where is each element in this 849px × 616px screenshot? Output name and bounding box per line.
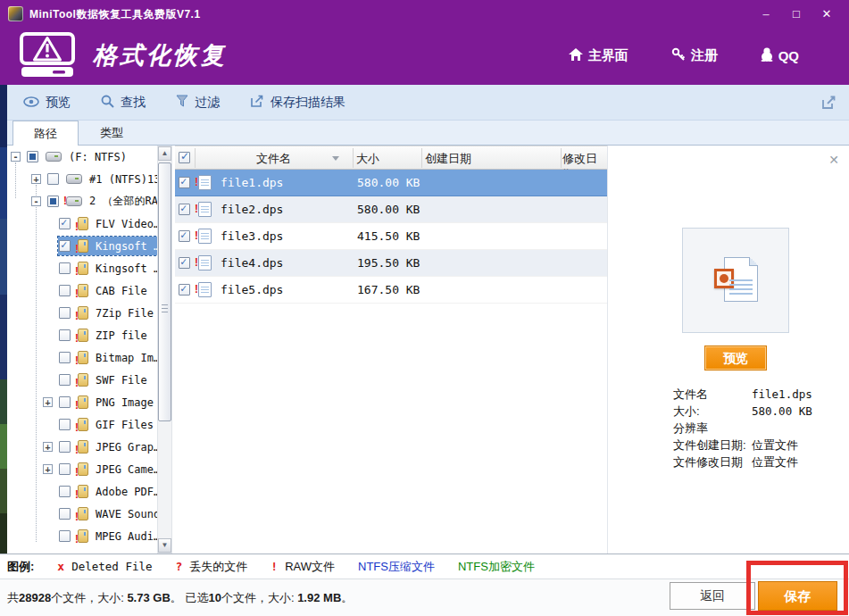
tree-item[interactable]: (F: NTFS)	[7, 146, 157, 168]
table-row[interactable]: file2.dps 580.00 KB	[175, 196, 607, 223]
checkbox-empty[interactable]	[59, 307, 71, 319]
scroll-up-icon[interactable]	[158, 146, 171, 161]
file-name: file5.dps	[221, 283, 283, 296]
table-row[interactable]: file5.dps 167.50 KB	[175, 277, 607, 304]
tree-item[interactable]: Kingsoft …	[7, 257, 157, 279]
checkbox-empty[interactable]	[59, 329, 71, 341]
row-checkbox[interactable]	[179, 204, 190, 215]
toolbar-save-scan-button[interactable]: 保存扫描结果	[250, 95, 345, 111]
expand-expander-icon[interactable]	[43, 397, 53, 407]
column-divider	[421, 148, 422, 168]
column-header-filename[interactable]: 文件名	[195, 151, 353, 167]
legend-item: NTFS加密文件	[458, 559, 535, 575]
checkbox-empty[interactable]	[47, 173, 59, 185]
toolbar-preview-button[interactable]: 预览	[23, 95, 71, 111]
sort-descending-icon[interactable]	[332, 156, 339, 164]
window-title: MiniTool数据恢复工具免费版V7.1	[29, 7, 201, 22]
tree-item[interactable]: Bitmap Im…	[7, 346, 157, 369]
minimize-icon[interactable]	[751, 7, 781, 21]
checkbox-empty[interactable]	[59, 352, 71, 363]
maximize-icon[interactable]	[781, 7, 812, 21]
tree-item[interactable]: #1 (NTFS)137…	[7, 168, 157, 190]
file-size: 167.50 KB	[357, 283, 420, 296]
row-checkbox[interactable]	[179, 257, 190, 269]
tree-item[interactable]: ZIP file	[7, 324, 157, 346]
tree-item[interactable]: JPEG Grap…	[7, 436, 157, 458]
column-divider	[353, 148, 354, 168]
scroll-down-icon[interactable]	[158, 538, 171, 553]
menu-item-qq[interactable]: QQ	[761, 47, 799, 64]
column-header-created[interactable]: 创建日期	[425, 151, 471, 167]
menu-item-label: QQ	[778, 48, 799, 63]
document-alert-icon	[198, 282, 212, 297]
tree-item[interactable]: FLV Video…	[7, 212, 157, 235]
tab-label: 类型	[100, 126, 123, 139]
panel-close-icon[interactable]	[828, 153, 839, 167]
folder-alert-icon	[78, 373, 88, 387]
back-button[interactable]: 返回	[670, 582, 755, 610]
legend-label-ntfs-encrypted: NTFS加密文件	[458, 559, 535, 575]
folder-alert-icon	[78, 507, 88, 520]
close-icon[interactable]	[812, 7, 842, 21]
collapse-expander-icon[interactable]	[11, 152, 21, 162]
tab-path[interactable]: 路径	[12, 121, 79, 146]
table-row[interactable]: file4.dps 195.50 KB	[175, 250, 607, 277]
tree-item[interactable]: 2 （全部的RA…	[7, 190, 157, 212]
menu-item-register[interactable]: 注册	[671, 47, 718, 64]
save-button[interactable]: 保存	[758, 581, 837, 611]
checkbox-empty[interactable]	[59, 374, 71, 386]
tree-item[interactable]: GIF Files	[7, 413, 157, 436]
header: 格式化恢复 主界面 注册 QQ	[0, 27, 849, 85]
collapse-expander-icon[interactable]	[31, 196, 41, 206]
file-size: 580.00 KB	[357, 176, 420, 189]
checkbox-empty[interactable]	[59, 486, 71, 497]
row-checkbox[interactable]	[179, 230, 190, 242]
expand-expander-icon[interactable]	[43, 464, 53, 474]
tree-item-label: FLV Video…	[96, 218, 157, 230]
home-icon	[569, 48, 583, 63]
checkbox-checked[interactable]	[59, 218, 71, 229]
tree-item[interactable]: MPEG Audi…	[7, 525, 157, 547]
checkbox-partial[interactable]	[27, 151, 38, 162]
tree-item[interactable]: SWF File	[7, 369, 157, 391]
tree-item[interactable]: PNG Image	[7, 391, 157, 413]
checkbox-checked[interactable]	[59, 240, 71, 252]
checkbox-empty[interactable]	[59, 396, 71, 408]
file-size: 195.50 KB	[357, 256, 420, 270]
toolbar-filter-button[interactable]: 过滤	[176, 95, 220, 111]
legend-item: ! RAW文件	[271, 559, 335, 575]
file-name: file2.dps	[221, 203, 283, 216]
tree-item[interactable]: Adobe PDF…	[7, 480, 157, 503]
tree-item[interactable]: JPEG Came…	[7, 458, 157, 480]
checkbox-empty[interactable]	[59, 441, 71, 453]
checkbox-empty[interactable]	[59, 508, 71, 520]
expand-expander-icon[interactable]	[31, 174, 41, 184]
share-icon[interactable]	[821, 96, 837, 113]
detail-value: 位置文件	[752, 437, 798, 454]
toolbar-find-button[interactable]: 查找	[101, 95, 146, 111]
row-checkbox[interactable]	[179, 177, 190, 188]
tree-item[interactable]: WAVE Sound	[7, 503, 157, 525]
preview-button[interactable]: 预览	[704, 345, 767, 370]
table-row[interactable]: file3.dps 415.50 KB	[175, 223, 607, 250]
menu-item-home[interactable]: 主界面	[569, 47, 628, 64]
tree-item[interactable]: CAB File	[7, 279, 157, 302]
checkbox-empty[interactable]	[59, 285, 71, 296]
tree-item-label: ZIP file	[96, 329, 147, 342]
column-header-size[interactable]: 大小	[356, 151, 379, 167]
row-checkbox[interactable]	[179, 284, 190, 296]
expand-expander-icon[interactable]	[43, 442, 53, 452]
checkbox-empty[interactable]	[59, 262, 71, 274]
table-row-selected[interactable]: file1.dps 580.00 KB	[175, 170, 607, 196]
scrollbar-thumb[interactable]	[158, 162, 171, 421]
checkbox-empty[interactable]	[59, 463, 71, 475]
tree-item-selected[interactable]: Kingsoft …	[7, 235, 157, 257]
select-all-checkbox[interactable]	[179, 152, 190, 163]
checkbox-empty[interactable]	[59, 419, 71, 430]
checkbox-empty[interactable]	[59, 530, 71, 542]
tree-scrollbar[interactable]	[157, 146, 172, 554]
checkbox-partial[interactable]	[47, 196, 59, 207]
tab-type[interactable]: 类型	[79, 121, 145, 145]
toolbar-label: 查找	[121, 95, 146, 111]
tree-item[interactable]: 7Zip File	[7, 302, 157, 324]
